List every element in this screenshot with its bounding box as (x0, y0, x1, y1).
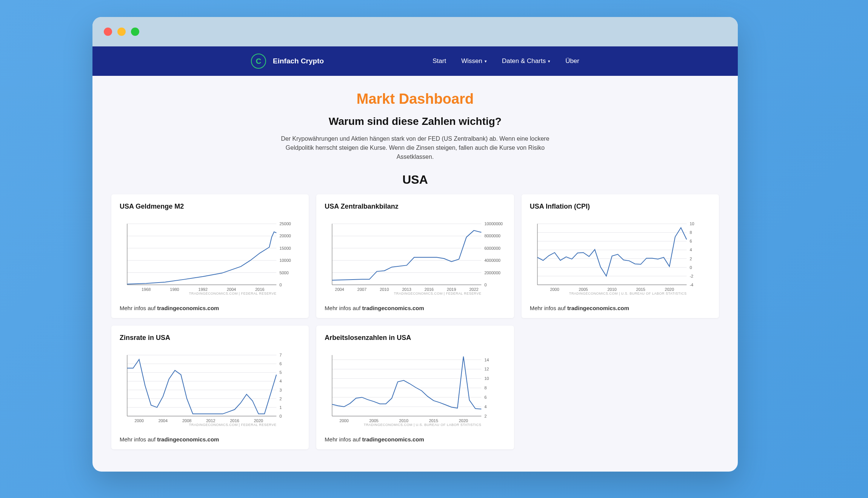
svg-text:2: 2 (485, 414, 487, 418)
svg-text:1992: 1992 (199, 287, 208, 292)
svg-text:14: 14 (485, 358, 489, 362)
chart-card-title: Zinsrate in USA (120, 334, 300, 342)
svg-text:2013: 2013 (402, 287, 411, 292)
window-close-dot[interactable] (104, 28, 112, 36)
chart-source-link[interactable]: Mehr infos auf tradingeconomics.com (120, 436, 300, 443)
svg-text:2: 2 (689, 257, 692, 261)
svg-text:5: 5 (279, 370, 282, 375)
svg-text:-2: -2 (689, 274, 693, 278)
svg-text:4000000: 4000000 (485, 258, 501, 263)
svg-text:20000: 20000 (279, 234, 291, 238)
chart-grid: USA Geldmenge M2050001000015000200002500… (111, 194, 719, 449)
chart-card-title: USA Zentralbankbilanz (325, 203, 505, 211)
svg-text:1: 1 (279, 405, 282, 410)
svg-text:TRADINGECONOMICS.COM  |  U.S. : TRADINGECONOMICS.COM | U.S. BUREAU OF LA… (364, 423, 481, 427)
nav-link-start[interactable]: Start (432, 57, 446, 65)
svg-text:6: 6 (485, 395, 487, 400)
svg-text:4: 4 (689, 247, 692, 252)
svg-text:2022: 2022 (469, 287, 479, 292)
svg-text:3: 3 (279, 388, 282, 392)
svg-text:TRADINGECONOMICS.COM  |  U.S. : TRADINGECONOMICS.COM | U.S. BUREAU OF LA… (569, 292, 686, 295)
svg-text:2015: 2015 (636, 287, 645, 292)
svg-text:4: 4 (485, 404, 487, 409)
chevron-down-icon: ▾ (548, 59, 550, 64)
svg-text:2005: 2005 (579, 287, 588, 292)
chart-card: USA Geldmenge M2050001000015000200002500… (111, 194, 309, 318)
nav-link-label: Daten & Charts (502, 57, 546, 65)
nav-link-label: Über (565, 57, 579, 65)
chart-area: 246810121420002005201020152020TRADINGECO… (325, 346, 505, 432)
svg-text:8000000: 8000000 (485, 234, 501, 238)
nav-link-uber[interactable]: Über (565, 57, 579, 65)
svg-text:10: 10 (689, 221, 694, 226)
svg-text:25000: 25000 (279, 221, 291, 226)
nav-link-label: Wissen (461, 57, 482, 65)
svg-text:2016: 2016 (425, 287, 434, 292)
chart-area: 0500010000150002000025000196819801992200… (120, 214, 300, 301)
chart-card-title: Arbeitslosenzahlen in USA (325, 334, 505, 342)
chart-source-link[interactable]: Mehr infos auf tradingeconomics.com (325, 436, 505, 443)
svg-text:2020: 2020 (254, 418, 263, 423)
nav-link-wissen[interactable]: Wissen▾ (461, 57, 487, 65)
svg-text:2000000: 2000000 (485, 271, 501, 275)
section-title-usa: USA (111, 173, 719, 187)
svg-text:2020: 2020 (459, 418, 468, 423)
svg-text:4: 4 (279, 379, 282, 383)
line-chart: 246810121420002005201020152020TRADINGECO… (325, 346, 505, 432)
svg-text:8: 8 (485, 386, 487, 390)
line-chart: -4-2024681020002005201020152020TRADINGEC… (530, 214, 711, 301)
svg-text:2004: 2004 (227, 287, 236, 292)
line-chart: 01234567200020042008201220162020TRADINGE… (120, 346, 300, 432)
svg-text:2010: 2010 (380, 287, 389, 292)
chart-card: Zinsrate in USA0123456720002004200820122… (111, 326, 309, 449)
svg-text:-4: -4 (689, 283, 693, 287)
brand-name[interactable]: Einfach Crypto (273, 57, 324, 65)
chart-card: USA Zentralbankbilanz0200000040000006000… (316, 194, 514, 318)
svg-text:6: 6 (689, 239, 692, 243)
browser-window: C Einfach Crypto Start Wissen▾ Daten & C… (92, 17, 738, 472)
window-minimize-dot[interactable] (117, 28, 126, 36)
line-chart: 0200000040000006000000800000010000000200… (325, 214, 505, 301)
svg-text:2004: 2004 (159, 418, 168, 423)
svg-text:10: 10 (485, 376, 489, 381)
nav-link-daten-charts[interactable]: Daten & Charts▾ (502, 57, 550, 65)
nav-link-label: Start (432, 57, 446, 65)
chart-area: 01234567200020042008201220162020TRADINGE… (120, 346, 300, 432)
svg-text:TRADINGECONOMICS.COM  |  FEDER: TRADINGECONOMICS.COM | FEDERAL RESERVE (189, 292, 277, 295)
svg-text:1980: 1980 (170, 287, 179, 292)
brand-logo-icon[interactable]: C (251, 54, 266, 69)
site-navbar: C Einfach Crypto Start Wissen▾ Daten & C… (92, 46, 738, 76)
svg-text:0: 0 (485, 283, 487, 287)
svg-text:2020: 2020 (665, 287, 674, 292)
window-zoom-dot[interactable] (131, 28, 139, 36)
svg-text:15000: 15000 (279, 246, 291, 251)
svg-text:2015: 2015 (429, 418, 438, 423)
chart-card: USA Inflation (CPI)-4-202468102000200520… (522, 194, 719, 318)
svg-text:0: 0 (279, 283, 282, 287)
svg-text:2016: 2016 (230, 418, 239, 423)
svg-text:10000000: 10000000 (485, 221, 503, 226)
chart-source-link[interactable]: Mehr infos auf tradingeconomics.com (530, 305, 711, 311)
page-subtitle: Warum sind diese Zahlen wichtig? (111, 115, 719, 128)
svg-text:2019: 2019 (447, 287, 456, 292)
svg-text:2000: 2000 (550, 287, 559, 292)
svg-text:5000: 5000 (279, 271, 288, 275)
page-content: Markt Dashboard Warum sind diese Zahlen … (92, 76, 738, 449)
svg-text:2: 2 (279, 397, 282, 401)
chart-source-link[interactable]: Mehr infos auf tradingeconomics.com (325, 305, 505, 311)
svg-text:1968: 1968 (142, 287, 151, 292)
svg-text:TRADINGECONOMICS.COM  |  FEDER: TRADINGECONOMICS.COM | FEDERAL RESERVE (189, 423, 277, 427)
svg-text:2010: 2010 (607, 287, 616, 292)
chart-source-link[interactable]: Mehr infos auf tradingeconomics.com (120, 305, 300, 311)
svg-text:2000: 2000 (340, 418, 349, 423)
page-title: Markt Dashboard (111, 91, 719, 107)
chart-area: 0200000040000006000000800000010000000200… (325, 214, 505, 301)
svg-text:6000000: 6000000 (485, 246, 501, 251)
svg-text:8: 8 (689, 230, 692, 235)
chart-card: Arbeitslosenzahlen in USA246810121420002… (316, 326, 514, 449)
svg-text:0: 0 (689, 265, 692, 270)
svg-text:2004: 2004 (335, 287, 344, 292)
svg-text:2008: 2008 (182, 418, 191, 423)
svg-text:10000: 10000 (279, 258, 291, 263)
browser-titlebar (92, 17, 738, 46)
